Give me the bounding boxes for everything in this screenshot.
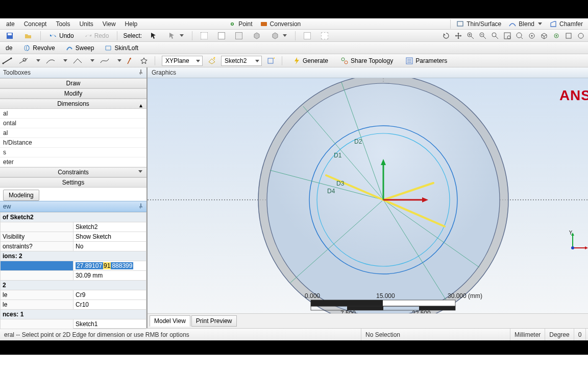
dimensions-list: al ontal al h/Distance s eter	[0, 109, 146, 167]
draw-section[interactable]: Draw	[0, 78, 146, 88]
settings-section[interactable]: Settings	[0, 177, 146, 188]
menu-view[interactable]: View	[99, 19, 120, 29]
poly-tool-icon[interactable]	[72, 57, 84, 65]
ref-value[interactable]: Cr10	[74, 300, 146, 310]
prop-value[interactable]: Show Sketch	[74, 232, 146, 242]
modeling-tab[interactable]: Modeling	[3, 190, 39, 201]
iso-view[interactable]	[539, 31, 549, 41]
plane-selector[interactable]: XYPlane	[162, 56, 203, 66]
dim-item[interactable]: al	[0, 109, 146, 119]
graphics-viewport[interactable]: ANS	[148, 78, 588, 313]
filter-edge[interactable]	[214, 31, 229, 40]
point-tool[interactable]: Point	[225, 20, 255, 28]
parameters-button[interactable]: Parameters	[402, 56, 451, 66]
menu-concept[interactable]: Concept	[20, 19, 51, 29]
dim-d3[interactable]: D3	[336, 180, 345, 187]
sketch-canvas[interactable]: D1 D2 D3 D4 0.000 15.000 30.000 (mm) 7.5…	[148, 78, 588, 313]
menu-create[interactable]: ate	[2, 19, 19, 29]
next-view[interactable]	[564, 31, 574, 41]
sketch-value: Sketch2	[225, 57, 247, 64]
generate-button[interactable]: Generate	[289, 56, 332, 66]
zoom-sel[interactable]	[514, 31, 525, 41]
more-view[interactable]	[576, 31, 586, 41]
standard-toolbar: Undo Redo Select:	[0, 30, 588, 42]
box-select[interactable]	[317, 31, 332, 40]
zoom-fit[interactable]	[490, 31, 500, 41]
dim-item[interactable]: h/Distance	[0, 138, 146, 148]
revolve-button[interactable]: Revolve	[19, 43, 58, 53]
sketch-toolbar: XYPlane Sketch2 Generate Share Topology …	[0, 54, 588, 67]
zoom-box[interactable]	[502, 31, 512, 41]
dim-d2[interactable]: D2	[354, 138, 362, 145]
open-button[interactable]	[20, 31, 36, 41]
zoom-out[interactable]	[478, 31, 488, 41]
dim-item[interactable]: al	[0, 128, 146, 138]
redo-button[interactable]: Redo	[81, 31, 113, 41]
cursor-filter[interactable]	[164, 31, 187, 41]
modify-section[interactable]: Modify	[0, 88, 146, 99]
spline-tool-icon[interactable]	[100, 57, 111, 65]
pan-view[interactable]	[453, 31, 463, 41]
loft-icon	[104, 44, 112, 52]
tab-print-preview[interactable]: Print Preview	[191, 315, 237, 327]
filter-point[interactable]	[197, 31, 211, 40]
ref-value[interactable]: Cr9	[74, 290, 146, 300]
view-triad[interactable]: Y	[569, 231, 588, 251]
sketch-selector[interactable]: Sketch2	[221, 56, 262, 66]
look-at[interactable]	[527, 31, 537, 41]
star-tool-icon[interactable]	[140, 57, 148, 65]
prop-value[interactable]: Sketch2	[74, 222, 146, 232]
tangent-line-icon[interactable]	[18, 57, 30, 65]
graphics-header: Graphics	[148, 67, 588, 78]
zoom-in[interactable]	[465, 31, 476, 41]
select-label: Select:	[123, 32, 142, 39]
prop-value[interactable]: No	[74, 242, 146, 251]
menu-tools[interactable]: Tools	[52, 19, 74, 29]
cursor-select[interactable]	[146, 31, 161, 41]
sweep-button[interactable]: Sweep	[62, 43, 98, 53]
axis-tool-icon[interactable]	[127, 57, 135, 65]
new-plane-icon[interactable]	[208, 57, 216, 65]
chevron-down-icon	[117, 59, 121, 62]
dim-value[interactable]: 30.09 mm	[74, 271, 146, 281]
skin-loft-button[interactable]: Skin/Loft	[101, 43, 142, 53]
dimensions-section[interactable]: Dimensions▴	[0, 99, 146, 109]
extend-select[interactable]	[300, 31, 314, 40]
pin-icon[interactable]	[138, 203, 143, 209]
box-icon	[304, 32, 311, 39]
ref-value[interactable]: Sketch1	[74, 319, 146, 329]
new-sketch-icon[interactable]	[267, 57, 275, 65]
status-count: 0	[574, 329, 586, 340]
graphics-label: Graphics	[152, 69, 176, 76]
thin-surface-tool[interactable]: Thin/Surface	[453, 20, 504, 28]
conversion-tool[interactable]: Conversion	[257, 20, 304, 28]
dim-d1[interactable]: D1	[334, 152, 342, 159]
rotate-view[interactable]	[441, 31, 451, 41]
chamfer-tool[interactable]: Chamfer	[546, 20, 586, 28]
menu-units[interactable]: Units	[75, 19, 97, 29]
tab-model-view[interactable]: Model View	[150, 315, 190, 327]
dim-item[interactable]: ontal	[0, 119, 146, 128]
view-nav-toolbar	[441, 31, 586, 41]
dim-d4[interactable]: D4	[327, 188, 335, 195]
pin-icon[interactable]	[138, 70, 143, 75]
filter-more[interactable]	[267, 31, 290, 41]
dim-value-edit[interactable]: 27.8910791888399	[74, 261, 146, 271]
filter-body[interactable]	[249, 31, 264, 41]
save-button[interactable]	[2, 31, 17, 41]
share-topology-button[interactable]: Share Topology	[337, 56, 397, 66]
line-tool-icon[interactable]	[2, 57, 13, 65]
dim-item[interactable]: s	[0, 148, 146, 157]
extrude-button[interactable]: de	[2, 43, 16, 53]
menu-help[interactable]: Help	[121, 19, 142, 29]
extrude-label: de	[6, 44, 12, 52]
blend-tool[interactable]: Blend	[505, 20, 545, 28]
share-label: Share Topology	[351, 57, 393, 64]
dim-item[interactable]: eter	[0, 157, 146, 167]
dim-key-selected[interactable]	[1, 261, 74, 271]
arc-tool-icon[interactable]	[45, 57, 57, 65]
constraints-section[interactable]: Constraints	[0, 167, 146, 177]
prev-view[interactable]	[551, 31, 561, 41]
filter-face[interactable]	[232, 31, 246, 40]
undo-button[interactable]: Undo	[45, 31, 78, 41]
